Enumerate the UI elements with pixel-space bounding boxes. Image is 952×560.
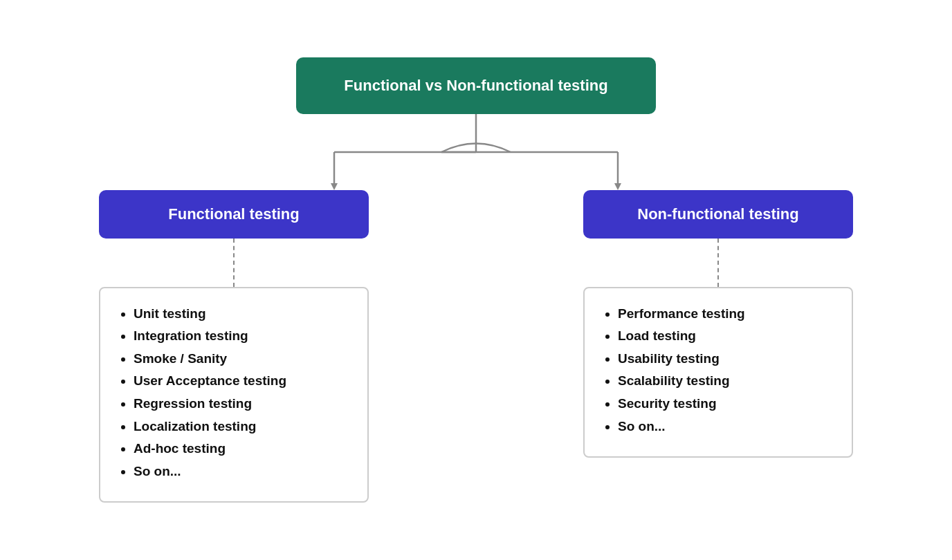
root-box: Functional vs Non-functional testing bbox=[296, 57, 656, 114]
svg-marker-5 bbox=[614, 183, 621, 190]
list-item: Security testing bbox=[618, 395, 831, 413]
functional-list: Unit testingIntegration testingSmoke / S… bbox=[114, 305, 347, 481]
branch-svg bbox=[227, 114, 725, 190]
nonfunctional-list-box: Performance testingLoad testingUsability… bbox=[583, 287, 853, 458]
nonfunctional-label: Non-functional testing bbox=[637, 205, 798, 223]
list-item: User Acceptance testing bbox=[134, 372, 347, 391]
svg-marker-4 bbox=[331, 183, 338, 190]
list-item: Usability testing bbox=[618, 350, 831, 368]
list-item: Integration testing bbox=[134, 327, 347, 346]
nonfunctional-dashed-line bbox=[717, 239, 719, 287]
list-item: Ad-hoc testing bbox=[134, 440, 347, 458]
functional-box: Functional testing bbox=[99, 190, 369, 239]
list-item: So on... bbox=[618, 418, 831, 436]
root-label: Functional vs Non-functional testing bbox=[344, 77, 607, 94]
functional-list-box: Unit testingIntegration testingSmoke / S… bbox=[99, 287, 369, 503]
nonfunctional-list: Performance testingLoad testingUsability… bbox=[598, 305, 831, 436]
columns: Functional testing Unit testingIntegrati… bbox=[95, 190, 857, 503]
branch-connector bbox=[227, 114, 725, 190]
list-item: Performance testing bbox=[618, 305, 831, 324]
list-item: So on... bbox=[134, 463, 347, 481]
list-item: Localization testing bbox=[134, 418, 347, 436]
diagram: Functional vs Non-functional testing bbox=[61, 57, 891, 503]
list-item: Scalability testing bbox=[618, 372, 831, 391]
nonfunctional-column: Non-functional testing Performance testi… bbox=[580, 190, 857, 458]
list-item: Load testing bbox=[618, 327, 831, 346]
list-item: Regression testing bbox=[134, 395, 347, 413]
list-item: Unit testing bbox=[134, 305, 347, 324]
list-item: Smoke / Sanity bbox=[134, 350, 347, 368]
functional-dashed-line bbox=[233, 239, 235, 287]
nonfunctional-box: Non-functional testing bbox=[583, 190, 853, 239]
functional-column: Functional testing Unit testingIntegrati… bbox=[95, 190, 372, 503]
functional-label: Functional testing bbox=[168, 205, 299, 223]
